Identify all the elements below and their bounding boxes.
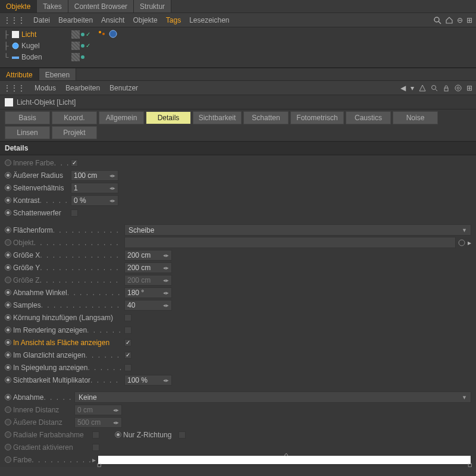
im-glanzlicht-checkbox[interactable]: ✓ (124, 352, 131, 359)
menu-tags[interactable]: Tags (166, 16, 181, 24)
farbe-gradient[interactable]: ◇ ◻ ◻ (98, 455, 471, 465)
param-radio[interactable] (5, 289, 11, 296)
nav-up-icon[interactable] (419, 84, 426, 92)
nav-back-icon[interactable]: ◀ (400, 84, 406, 92)
render-check-icon[interactable]: ✓ (86, 42, 90, 49)
param-radio[interactable] (5, 184, 11, 191)
param-tab-noise[interactable]: Noise (393, 111, 438, 124)
lock-icon[interactable] (443, 84, 450, 92)
param-radio[interactable] (5, 264, 11, 271)
param-radio[interactable] (5, 364, 11, 371)
tab-ebenen[interactable]: Ebenen (39, 68, 76, 80)
visibility-dot[interactable] (81, 33, 84, 36)
aeusserer-radius-input[interactable]: 100 cm◂▸ (71, 170, 118, 181)
menu-benutzer[interactable]: Benutzer (109, 84, 138, 92)
param-tab-linsen[interactable]: Linsen (5, 126, 50, 139)
render-check-icon[interactable]: ✓ (86, 31, 90, 37)
param-radio[interactable] (5, 456, 11, 463)
innere-farbe-checkbox[interactable]: ✓ (71, 159, 78, 167)
nur-z-richtung-checkbox[interactable] (178, 431, 186, 439)
objekt-field[interactable] (124, 237, 456, 248)
search-icon[interactable] (433, 16, 441, 24)
param-tab-fotometrisch[interactable]: Fotometrisch (290, 111, 344, 124)
object-row-boden[interactable]: └ Boden (2, 51, 69, 62)
param-radio[interactable] (5, 314, 11, 321)
layer-toggle[interactable] (71, 30, 80, 39)
param-tab-caustics[interactable]: Caustics (346, 111, 391, 124)
param-radio[interactable] (5, 302, 11, 308)
param-radio[interactable] (5, 209, 11, 216)
param-tab-details[interactable]: Details (146, 111, 191, 124)
param-radio[interactable] (5, 277, 11, 283)
abnahme-select[interactable]: Keine▼ (74, 392, 471, 403)
samples-input[interactable]: 40◂▸ (124, 300, 172, 311)
object-row-licht[interactable]: ├ Licht (2, 29, 69, 40)
tab-takes[interactable]: Takes (37, 0, 68, 12)
param-radio[interactable] (5, 444, 11, 450)
in-spiegelung-checkbox[interactable] (124, 364, 131, 371)
menu-modus[interactable]: Modus (35, 84, 56, 92)
param-tab-schatten[interactable]: Schatten (243, 111, 289, 124)
objekt-picker-icon[interactable] (458, 239, 466, 247)
abnahme-winkel-input[interactable]: 180 °◂▸ (124, 287, 172, 298)
minus-icon[interactable]: ⊖ (457, 16, 463, 24)
gradient-aktivieren-checkbox[interactable] (92, 444, 99, 451)
param-radio[interactable] (5, 172, 11, 178)
param-radio[interactable] (5, 227, 11, 233)
groesse-y-input[interactable]: 200 cm◂▸ (124, 262, 172, 273)
schattenwerfer-checkbox[interactable] (71, 209, 78, 217)
tab-content-browser[interactable]: Content Browser (68, 0, 134, 12)
param-radio[interactable] (5, 406, 11, 413)
gradient-midpoint-icon[interactable]: ◇ (284, 452, 288, 458)
param-tab-basis[interactable]: Basis (5, 111, 50, 124)
radiale-farbabnahme-checkbox[interactable] (92, 431, 99, 439)
groesse-x-input[interactable]: 200 cm◂▸ (124, 250, 172, 261)
im-rendering-checkbox[interactable] (124, 327, 131, 334)
param-radio[interactable] (5, 419, 11, 425)
gradient-expand-icon[interactable]: ▸ (92, 456, 96, 464)
visibility-dot[interactable] (81, 44, 84, 48)
param-radio[interactable] (5, 431, 11, 438)
layer-toggle[interactable] (71, 53, 80, 61)
sichtbarkeit-multi-input[interactable]: 100 %◂▸ (124, 375, 172, 386)
param-radio[interactable] (5, 239, 11, 246)
param-radio[interactable] (5, 394, 11, 400)
objekt-arrow-icon[interactable]: ▸ (468, 239, 471, 247)
nav-dropdown-icon[interactable]: ▾ (411, 84, 414, 92)
tab-objekte[interactable]: Objekte (0, 0, 37, 12)
param-tab-koord[interactable]: Koord. (52, 111, 97, 124)
plus-icon[interactable]: ⊞ (466, 16, 472, 24)
menu-datei[interactable]: Datei (33, 16, 50, 24)
object-row-kugel[interactable]: ├ Kugel (2, 40, 69, 51)
in-ansicht-checkbox[interactable]: ✓ (124, 339, 131, 346)
tab-struktur[interactable]: Struktur (134, 0, 171, 12)
gradient-handle-left[interactable]: ◻ (97, 462, 101, 468)
target-icon[interactable] (455, 84, 462, 92)
koernung-checkbox[interactable] (124, 314, 131, 321)
param-tab-sichtbarkeit[interactable]: Sichtbarkeit (193, 111, 242, 124)
gradient-handle-right[interactable]: ◻ (468, 462, 472, 468)
flaechenform-select[interactable]: Scheibe▼ (124, 224, 471, 236)
menu-bearbeiten[interactable]: Bearbeiten (58, 16, 93, 24)
kontrast-input[interactable]: 0 %◂▸ (71, 195, 118, 206)
param-tab-allgemein[interactable]: Allgemein (99, 111, 144, 124)
tab-attribute[interactable]: Attribute (0, 68, 39, 80)
param-radio[interactable] (5, 377, 11, 383)
home-icon[interactable] (445, 16, 453, 24)
visibility-dot[interactable] (81, 55, 84, 59)
param-radio[interactable] (115, 431, 121, 438)
menu-objekte[interactable]: Objekte (133, 16, 157, 24)
tag-icon-1[interactable] (98, 30, 107, 39)
tag-icon-material[interactable] (109, 30, 118, 39)
param-radio[interactable] (5, 252, 11, 258)
layer-toggle[interactable] (71, 42, 80, 50)
menu-lesezeichen[interactable]: Lesezeichen (189, 16, 229, 24)
param-radio[interactable] (5, 327, 11, 333)
param-radio[interactable] (5, 339, 11, 346)
param-radio[interactable] (5, 352, 11, 358)
add-icon[interactable]: ⊞ (466, 84, 472, 92)
param-tab-projekt[interactable]: Projekt (52, 126, 97, 139)
seitenverhaeltnis-input[interactable]: 1◂▸ (71, 183, 118, 193)
menu-ansicht[interactable]: Ansicht (101, 16, 124, 24)
param-radio[interactable] (5, 159, 11, 166)
